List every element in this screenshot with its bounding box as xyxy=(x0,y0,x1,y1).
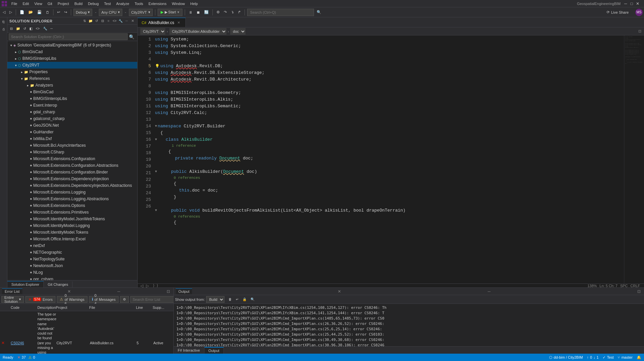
search-btn[interactable]: 🔍 xyxy=(315,9,323,16)
se-tab-git-changes[interactable]: Git Changes xyxy=(44,281,72,287)
scroll-right-btn[interactable]: ▷ xyxy=(145,283,150,288)
se-toolbar-btn4[interactable]: ◧ xyxy=(28,25,34,32)
se-toolbar-btn7[interactable]: ─ xyxy=(49,25,54,32)
se-toolbar-btn2[interactable]: 📁 xyxy=(15,25,21,32)
tree-ref-guihandler[interactable]: ▸ ■ GuiHandler xyxy=(7,129,137,135)
tree-ref-esent[interactable]: ▸ ■ Esent.Interop xyxy=(7,102,137,109)
output-lock-scroll-btn[interactable]: 🔒 xyxy=(241,296,248,303)
status-branch[interactable]: ⑂ master xyxy=(618,355,633,360)
se-toolbar-btn3[interactable]: ↺ xyxy=(22,25,27,32)
tree-ref-msdbcl[interactable]: ▸ ■ Microsoft.Bcl.AsyncInterfaces xyxy=(7,142,137,149)
window-close[interactable]: ✕ xyxy=(635,1,640,6)
tree-ref-gdalconst[interactable]: ▸ ■ gdalconst_csharp xyxy=(7,115,137,122)
tree-properties[interactable]: ▸ 📁 Properties xyxy=(7,69,137,75)
output-output-tab[interactable]: Output xyxy=(204,347,224,354)
tree-bimgiscad[interactable]: ▸ ⬡ BimGisCad xyxy=(7,48,137,55)
se-settings-btn[interactable]: ≡ xyxy=(106,18,111,24)
minimap[interactable]: using System;using System.Collections.Ge… xyxy=(624,35,644,283)
se-folder-btn[interactable]: 📁 xyxy=(88,18,93,24)
menu-extensions[interactable]: Extensions xyxy=(146,1,169,6)
status-build[interactable]: ✓ Test xyxy=(603,355,614,360)
menu-analyze[interactable]: Analyze xyxy=(114,1,132,6)
live-share-button[interactable]: ⟳ Live Share xyxy=(604,9,631,15)
nav-namespace-select[interactable]: City2RVT xyxy=(140,28,165,35)
toolbar-redo[interactable]: ↪ xyxy=(63,9,68,16)
tree-solution[interactable]: ▾ ◈ Solution 'GeospatialEngineeringBIM' … xyxy=(7,42,137,48)
menu-test[interactable]: Test xyxy=(102,1,114,6)
error-build-only-btn[interactable]: ⚙ xyxy=(120,296,129,303)
output-content[interactable]: 1>D:\00_Repositorys\Test\City2RVT\GUI\XP… xyxy=(174,304,644,346)
collapse-14[interactable]: ▼ xyxy=(155,123,157,130)
error-code-link-1[interactable]: CS0246 xyxy=(11,341,24,345)
toolbar-undo[interactable]: ↩ xyxy=(56,9,61,16)
output-float[interactable]: ⊡ xyxy=(636,289,642,294)
activity-solution-explorer[interactable]: ⎗ xyxy=(1,19,7,25)
tree-ref-nlog[interactable]: ▸ ■ NLog xyxy=(7,269,137,276)
toolbar-btn-1[interactable]: ◁ xyxy=(1,9,7,16)
tree-ref-netgeographic[interactable]: ▸ ■ NETGeographic xyxy=(7,249,137,256)
menu-help[interactable]: Help xyxy=(188,1,201,6)
output-minimize[interactable]: ─ xyxy=(486,289,492,294)
search-input[interactable] xyxy=(247,9,314,16)
output-close[interactable]: ✕ xyxy=(336,289,342,294)
tree-ref-msextprimitives[interactable]: ▸ ■ Microsoft.Extensions.Primitives xyxy=(7,209,137,216)
status-errors[interactable]: ✕ 37 ⚠ 0 xyxy=(17,355,35,360)
se-close-btn[interactable]: ✕ xyxy=(130,18,135,24)
tree-ref-msextconfigbinder[interactable]: ▸ ■ Microsoft.Extensions.Configuration.B… xyxy=(7,169,137,175)
tree-ref-gdal[interactable]: ▸ ■ gdal_csharp xyxy=(7,109,137,115)
nav-member-select[interactable]: doc xyxy=(230,28,246,35)
output-word-wrap-btn[interactable]: ↵ xyxy=(234,296,240,303)
scroll-left-btn[interactable]: ◁ xyxy=(139,283,145,288)
tree-ref-geojson[interactable]: ▸ ■ GeoJSON.Net xyxy=(7,122,137,129)
menu-window[interactable]: Window xyxy=(169,1,187,6)
toolbar-save-all[interactable]: 🗒 xyxy=(44,9,51,16)
window-maximize[interactable]: □ xyxy=(629,1,634,6)
toolbar-step-into[interactable]: ↴ xyxy=(229,9,235,16)
toolbar-btn-2[interactable]: ▷ xyxy=(8,9,13,16)
toolbar-exception-settings[interactable]: ⚙ xyxy=(215,9,221,16)
se-search-btn[interactable]: 🔍 xyxy=(128,34,136,39)
error-row-1[interactable]: ✕ CS0246 The type or namespace name 'Aut… xyxy=(0,311,173,354)
toolbar-step-out[interactable]: ↱ xyxy=(236,9,242,16)
output-clear-btn[interactable]: 🗑 xyxy=(227,296,233,303)
tree-ref-msextdi[interactable]: ▸ ■ Microsoft.Extensions.DependencyInjec… xyxy=(7,175,137,182)
tree-ref-ixmilia[interactable]: ▸ ■ IxMilia.Dxf xyxy=(7,135,137,142)
error-scope-dropdown[interactable]: Entire Solution ▾ xyxy=(1,296,24,303)
tree-ref-msextoptions[interactable]: ▸ ■ Microsoft.Extensions.Options xyxy=(7,202,137,209)
menu-file[interactable]: File xyxy=(9,1,20,6)
se-minus-btn[interactable]: ─ xyxy=(124,18,129,24)
tree-ref-msidentitylogging[interactable]: ▸ ■ Microsoft.IdentityModel.Logging xyxy=(7,222,137,229)
tree-ref-msidentityjwt[interactable]: ▸ ■ Microsoft.IdentityModel.JsonWebToken… xyxy=(7,216,137,222)
window-minimize[interactable]: ─ xyxy=(623,1,628,6)
error-list-close[interactable]: ✕ xyxy=(66,289,72,294)
se-toolbar-btn5[interactable]: <> xyxy=(34,25,41,32)
tree-references[interactable]: ▾ 📁 References xyxy=(7,75,137,82)
tree-ref-msextdiabs[interactable]: ▸ ■ Microsoft.Extensions.DependencyInjec… xyxy=(7,182,137,189)
editor-tab-alkisbuilder[interactable]: C# AlkisBuilder.cs ✕ xyxy=(138,18,186,27)
warning-count-btn[interactable]: ⚠ 0 of 6 Warnings xyxy=(57,296,87,303)
toolbar-restart[interactable]: 🔄 xyxy=(203,9,210,16)
tree-ref-msoffice[interactable]: ▸ ■ Microsoft.Office.Interop.Excel xyxy=(7,236,137,242)
tree-city2rvt[interactable]: ▾ ⬡ City2RVT xyxy=(7,62,137,69)
tree-ref-bimgisinteroplibs[interactable]: ▸ ■ BIMGISInteropLibs xyxy=(7,95,137,102)
toolbar-stop[interactable]: ⏹ xyxy=(195,9,201,16)
activity-git[interactable]: ⎙ xyxy=(1,26,7,32)
se-code-btn[interactable]: <> xyxy=(112,18,117,24)
output-fsharp-interactive-tab[interactable]: F# Interactive xyxy=(174,347,204,353)
project-dropdown[interactable]: City2RVT ▾ xyxy=(129,9,153,16)
debug-config-dropdown[interactable]: Debug ▾ xyxy=(73,9,92,16)
tab-close-btn[interactable]: ✕ xyxy=(176,20,181,25)
toolbar-step-over[interactable]: ↷ xyxy=(222,9,228,16)
menu-view[interactable]: View xyxy=(32,1,45,6)
scroll-other-btn[interactable]: ⟩ xyxy=(157,283,158,287)
tree-ref-msextlogging[interactable]: ▸ ■ Microsoft.Extensions.Logging xyxy=(7,189,137,196)
tree-ref-mscsharp[interactable]: ▸ ■ Microsoft.CSharp xyxy=(7,149,137,155)
scroll-bar-container[interactable]: ⟩ ⟩ xyxy=(153,283,158,287)
tree-ref-ogr[interactable]: ▸ ■ ogr_csharp xyxy=(7,276,137,280)
menu-edit[interactable]: Edit xyxy=(20,1,32,6)
status-git-sync[interactable]: ↑ 0 ↓ 1 xyxy=(587,355,599,360)
tree-ref-netdxf[interactable]: ▸ ■ netDxf xyxy=(7,242,137,249)
toolbar-pause[interactable]: ⏸ xyxy=(187,9,194,16)
error-list-tab[interactable]: Error List xyxy=(2,288,22,294)
menu-tools[interactable]: Tools xyxy=(132,1,146,6)
